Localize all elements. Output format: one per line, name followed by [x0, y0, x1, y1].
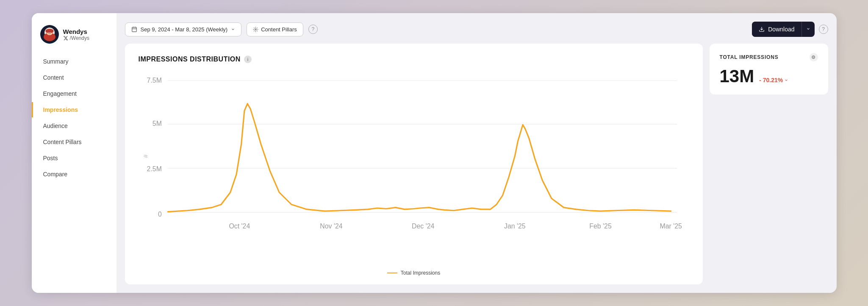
profile-section: Wendys /Wendys: [32, 22, 116, 54]
svg-point-4: [47, 31, 48, 32]
stat-value-row: 13M - 70.21%: [720, 67, 818, 85]
legend-label-impressions: Total Impressions: [401, 270, 440, 276]
svg-text:Nov '24: Nov '24: [320, 223, 343, 230]
main-content: Sep 9, 2024 - Mar 8, 2025 (Weekly) Conte…: [116, 13, 837, 293]
download-dropdown-arrow[interactable]: [802, 22, 815, 36]
chart-legend: Total Impressions: [139, 270, 689, 276]
content-pillars-button[interactable]: Content Pillars: [247, 22, 303, 36]
sidebar-item-engagement[interactable]: Engagement: [32, 86, 116, 101]
svg-rect-8: [132, 27, 136, 32]
total-impressions-card: TOTAL IMPRESSIONS ⚙ 13M - 70.21%: [710, 44, 828, 95]
profile-info: Wendys /Wendys: [63, 28, 89, 41]
sidebar-item-impressions[interactable]: Impressions: [32, 102, 116, 117]
sidebar-item-posts[interactable]: Posts: [32, 150, 116, 166]
svg-text:Feb '25: Feb '25: [589, 223, 612, 230]
total-impressions-label: TOTAL IMPRESSIONS: [720, 54, 779, 60]
download-label: Download: [768, 26, 794, 33]
trend-down-icon: [784, 78, 788, 82]
chart-area: 7.5M 5M 2.5M 0 Oct '24 Nov '24 Dec '24: [139, 72, 689, 265]
profile-handle: /Wendys: [63, 35, 89, 41]
svg-point-12: [255, 28, 256, 30]
filter-icon: [253, 27, 258, 32]
svg-text:Dec '24: Dec '24: [412, 223, 435, 230]
x-platform-icon: [63, 36, 68, 41]
chart-title: IMPRESSIONS DISTRIBUTION: [139, 56, 241, 63]
toolbar: Sep 9, 2024 - Mar 8, 2025 (Weekly) Conte…: [125, 22, 828, 37]
sidebar-item-content-pillars[interactable]: Content Pillars: [32, 134, 116, 150]
impressions-chart-card: IMPRESSIONS DISTRIBUTION i 7.5M 5M 2.5M …: [125, 44, 703, 284]
svg-text:Jan '25: Jan '25: [504, 223, 525, 230]
chart-title-row: IMPRESSIONS DISTRIBUTION i: [139, 56, 689, 63]
stat-label-total-impressions: TOTAL IMPRESSIONS ⚙: [720, 53, 818, 61]
svg-text:5M: 5M: [152, 120, 161, 127]
sidebar-item-compare[interactable]: Compare: [32, 167, 116, 182]
svg-text:2.5M: 2.5M: [147, 165, 161, 172]
sidebar-item-summary[interactable]: Summary: [32, 54, 116, 69]
svg-text:Oct '24: Oct '24: [229, 223, 250, 230]
chevron-down-icon: [231, 27, 235, 31]
stat-settings-icon[interactable]: ⚙: [810, 53, 818, 61]
svg-point-5: [50, 31, 51, 32]
svg-text:#: #: [142, 155, 149, 158]
content-pillars-label: Content Pillars: [261, 26, 297, 33]
avatar[interactable]: [40, 25, 59, 44]
svg-text:0: 0: [158, 211, 162, 218]
toolbar-right: Download ?: [752, 22, 828, 37]
sidebar-item-audience[interactable]: Audience: [32, 118, 116, 134]
sidebar-nav: Summary Content Engagement Impressions A…: [32, 54, 116, 182]
download-button-group[interactable]: Download: [752, 22, 814, 37]
app-container: Wendys /Wendys Summary Content Engagemen…: [32, 13, 837, 293]
sidebar: Wendys /Wendys Summary Content Engagemen…: [32, 13, 116, 293]
svg-text:7.5M: 7.5M: [147, 77, 161, 84]
svg-text:Mar '25: Mar '25: [660, 223, 682, 230]
chart-info-icon[interactable]: i: [244, 56, 252, 63]
svg-point-7: [51, 33, 52, 33]
impressions-chart-svg: 7.5M 5M 2.5M 0 Oct '24 Nov '24 Dec '24: [139, 72, 689, 265]
profile-name: Wendys: [63, 28, 89, 35]
chart-container: IMPRESSIONS DISTRIBUTION i 7.5M 5M 2.5M …: [125, 44, 828, 284]
legend-line-impressions: [387, 273, 397, 273]
total-impressions-change: - 70.21%: [759, 77, 788, 83]
download-main-button[interactable]: Download: [752, 22, 801, 37]
sidebar-item-content[interactable]: Content: [32, 70, 116, 85]
stats-panel: TOTAL IMPRESSIONS ⚙ 13M - 70.21%: [710, 44, 828, 284]
calendar-icon: [131, 26, 137, 32]
total-impressions-value: 13M: [720, 67, 754, 85]
download-icon: [759, 26, 765, 32]
date-range-label: Sep 9, 2024 - Mar 8, 2025 (Weekly): [141, 26, 228, 33]
svg-point-6: [47, 33, 48, 33]
help-icon-right[interactable]: ?: [819, 25, 828, 34]
date-picker-button[interactable]: Sep 9, 2024 - Mar 8, 2025 (Weekly): [125, 22, 242, 36]
help-icon[interactable]: ?: [308, 25, 318, 34]
